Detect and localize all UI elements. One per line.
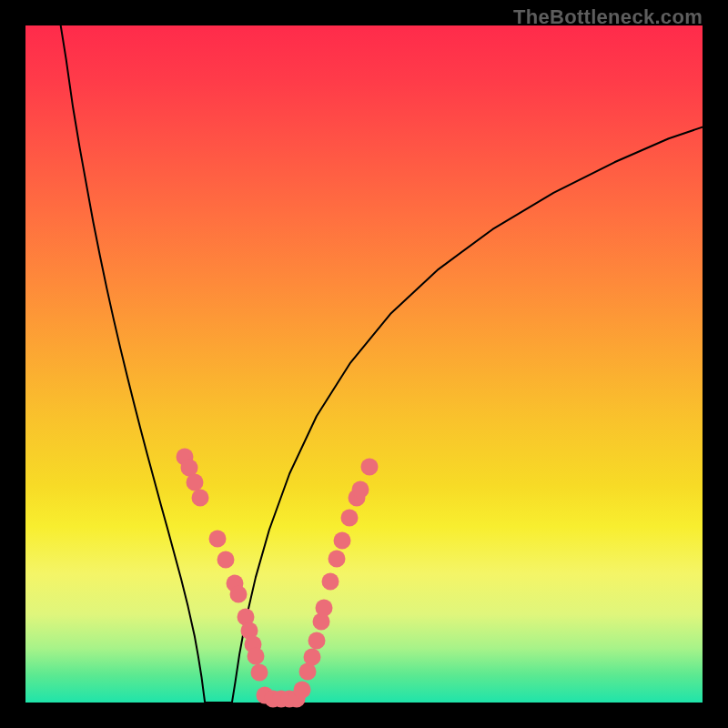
data-point — [230, 586, 248, 603]
data-point — [316, 600, 333, 617]
chart-svg — [25, 25, 703, 703]
watermark: TheBottleneck.com — [513, 5, 703, 29]
data-point — [352, 481, 369, 499]
data-point — [334, 532, 351, 550]
marker-group — [177, 449, 379, 708]
data-point — [361, 459, 379, 476]
data-point — [304, 649, 321, 666]
chart-container: TheBottleneck.com — [0, 0, 728, 728]
bottleneck-curve — [61, 25, 703, 703]
curve-group — [61, 25, 703, 703]
data-point — [341, 510, 359, 527]
data-point — [217, 551, 235, 569]
data-point — [251, 664, 268, 682]
data-point — [209, 531, 227, 548]
data-point — [322, 573, 339, 591]
data-point — [187, 474, 204, 491]
data-point — [248, 648, 265, 665]
plot-area — [25, 25, 703, 703]
data-point — [329, 551, 346, 568]
data-point — [192, 490, 209, 507]
data-point — [308, 632, 326, 650]
data-point — [294, 682, 311, 699]
